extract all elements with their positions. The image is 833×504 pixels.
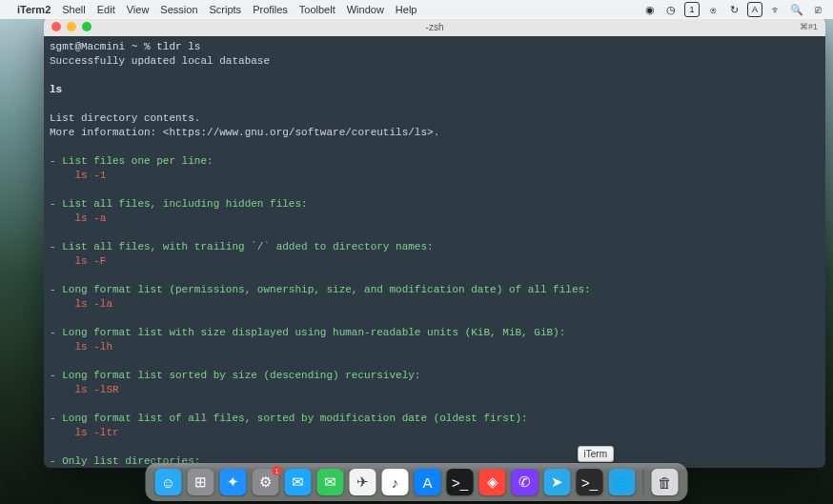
window-title: -zsh xyxy=(44,22,825,32)
tldr-desc: List directory contents. xyxy=(50,111,820,126)
maps-icon[interactable]: ✈ xyxy=(350,469,376,495)
iterm-icon[interactable]: >_ xyxy=(577,469,603,495)
output-line: Successfully updated local database xyxy=(50,54,820,69)
bullet: - xyxy=(50,327,62,338)
dock: ☺⊞✦⚙1✉✉✈♪A>_◈✆➤>_🌐🗑 xyxy=(146,463,688,501)
appstore-icon[interactable]: A xyxy=(415,469,441,495)
menu-window[interactable]: Window xyxy=(347,4,384,15)
bullet: - xyxy=(50,155,62,167)
settings-icon[interactable]: ⚙1 xyxy=(253,469,279,495)
badge: 1 xyxy=(273,466,282,475)
pause-icon[interactable]: ◉ xyxy=(642,2,658,17)
iterm-window: -zsh ⌘#1 sgmt@Macmini ~ % tldr ls Succes… xyxy=(44,17,825,468)
menu-session[interactable]: Session xyxy=(160,4,197,15)
bullet: - xyxy=(50,198,62,210)
example-desc: Long format list with size displayed usi… xyxy=(62,327,565,338)
menu-scripts[interactable]: Scripts xyxy=(210,4,242,15)
telegram-icon[interactable]: ➤ xyxy=(544,469,571,495)
sync-icon[interactable]: ↻ xyxy=(726,2,742,17)
example-cmd: ls -ltr xyxy=(74,427,118,438)
bullet: - xyxy=(50,370,62,381)
example-desc: List all files, including hidden files: xyxy=(62,198,307,210)
finder-icon[interactable]: ☺ xyxy=(155,469,182,495)
example-desc: Long format list (permissions, ownership… xyxy=(62,284,591,295)
zoom-icon[interactable] xyxy=(82,22,91,31)
menu-view[interactable]: View xyxy=(127,4,150,15)
bullet: - xyxy=(50,455,62,467)
terminal-content[interactable]: sgmt@Macmini ~ % tldr ls Successfully up… xyxy=(44,36,825,468)
control-center-icon[interactable]: ⎚ xyxy=(810,2,825,17)
prompt: sgmt@Macmini ~ % xyxy=(50,41,156,52)
menu-edit[interactable]: Edit xyxy=(97,4,115,15)
example-desc: Long format list sorted by size (descend… xyxy=(62,370,420,381)
shortcuts-icon[interactable]: ◈ xyxy=(479,469,506,495)
mac-menubar: iTerm2 Shell Edit View Session Scripts P… xyxy=(0,0,833,19)
menubar-app-name[interactable]: iTerm2 xyxy=(17,4,51,15)
search-icon[interactable]: 🔍 xyxy=(789,2,804,17)
window-shortcut-label: ⌘#1 xyxy=(800,22,818,31)
example-cmd: ls -a xyxy=(74,212,106,224)
music-icon[interactable]: ♪ xyxy=(382,469,409,495)
menu-shell[interactable]: Shell xyxy=(62,4,85,15)
clock-icon[interactable]: ◷ xyxy=(663,2,679,17)
messages-icon[interactable]: ✉ xyxy=(317,469,344,495)
globe-icon[interactable]: 🌐 xyxy=(609,469,636,495)
example-cmd: ls -lh xyxy=(74,341,112,353)
bullet: - xyxy=(50,413,62,424)
example-desc: List all files, with trailing `/` added … xyxy=(62,241,433,252)
example-desc: Long format list of all files, sorted by… xyxy=(62,413,527,424)
mail-icon[interactable]: ✉ xyxy=(285,469,312,495)
wifi-icon[interactable]: ᯤ xyxy=(768,2,783,17)
bullet: - xyxy=(50,241,62,252)
example-cmd: ls -1 xyxy=(74,170,106,181)
launchpad-icon[interactable]: ⊞ xyxy=(188,469,214,495)
minimize-icon[interactable] xyxy=(67,22,76,31)
close-icon[interactable] xyxy=(51,22,61,31)
user-icon[interactable]: ⍟ xyxy=(705,2,721,17)
trash-icon[interactable]: 🗑 xyxy=(652,469,679,495)
example-cmd: ls -la xyxy=(74,298,112,310)
window-titlebar[interactable]: -zsh ⌘#1 xyxy=(44,17,825,36)
terminal-icon[interactable]: >_ xyxy=(447,469,474,495)
viber-icon[interactable]: ✆ xyxy=(512,469,538,495)
menu-help[interactable]: Help xyxy=(396,4,417,15)
a-icon[interactable]: A xyxy=(747,2,762,17)
menu-toolbelt[interactable]: Toolbelt xyxy=(299,4,335,15)
bullet: - xyxy=(50,284,62,295)
example-cmd: ls -F xyxy=(74,255,106,267)
example-desc: List files one per line: xyxy=(62,155,213,167)
tldr-moreinfo: More information: <https://www.gnu.org/s… xyxy=(50,126,820,140)
safari-icon[interactable]: ✦ xyxy=(220,469,247,495)
tldr-heading: ls xyxy=(50,83,820,97)
typed-command: tldr ls xyxy=(156,41,200,52)
dock-tooltip: iTerm xyxy=(578,446,614,462)
menu-profiles[interactable]: Profiles xyxy=(253,4,288,15)
example-cmd: ls -lSR xyxy=(74,384,118,395)
one-icon[interactable]: 1 xyxy=(684,2,700,17)
